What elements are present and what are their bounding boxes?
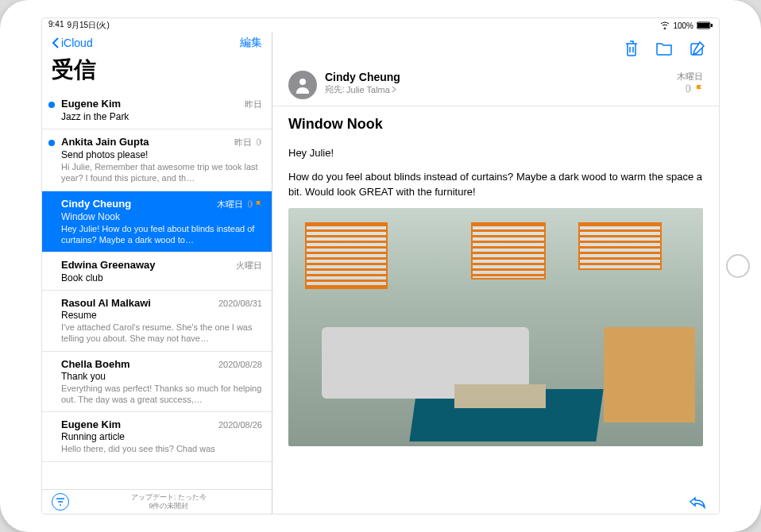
mailbox-title: 受信 bbox=[52, 55, 262, 85]
content-footer bbox=[272, 490, 719, 514]
edit-button[interactable]: 編集 bbox=[240, 36, 262, 50]
msg-subject: Thank you bbox=[61, 371, 262, 382]
image-decor bbox=[305, 222, 388, 289]
compose-icon bbox=[689, 40, 706, 57]
image-decor bbox=[578, 222, 661, 270]
svg-point-4 bbox=[299, 79, 306, 85]
reply-icon bbox=[689, 495, 706, 509]
status-time: 9:41 bbox=[48, 20, 64, 31]
message-item[interactable]: Ankita Jain Gupta昨日 Send photos please!H… bbox=[42, 129, 272, 191]
message-item[interactable]: Eugene Kim2020/08/26 Running articleHell… bbox=[42, 412, 272, 461]
msg-subject: Send photos please! bbox=[61, 149, 262, 160]
msg-subject: Jazz in the Park bbox=[61, 111, 262, 122]
message-item[interactable]: Chella Boehm2020/08/28 Thank youEverythi… bbox=[42, 352, 272, 413]
battery-percent: 100% bbox=[673, 21, 693, 30]
mail-sender[interactable]: Cindy Cheung bbox=[325, 71, 669, 83]
unread-count: 9件の未開封 bbox=[75, 502, 262, 511]
screen: 9:41 9月15日(火) 100% iCloud bbox=[41, 17, 720, 515]
msg-sender: Eugene Kim bbox=[61, 418, 121, 430]
msg-date: 木曜日 bbox=[217, 199, 262, 210]
msg-subject: Book club bbox=[61, 272, 262, 283]
battery-icon bbox=[697, 21, 713, 29]
filter-button[interactable] bbox=[52, 493, 69, 511]
unread-indicator bbox=[48, 140, 55, 146]
image-decor bbox=[471, 222, 546, 279]
mail-content: Cindy Cheung 宛先: Julie Talma 木曜日 bbox=[272, 33, 719, 514]
mail-subject: Window Nook bbox=[288, 116, 703, 133]
msg-date: 昨日 bbox=[234, 137, 262, 148]
msg-preview: Hello there, did you see this? Chad was bbox=[61, 443, 262, 454]
filter-icon bbox=[56, 498, 65, 506]
attachment-icon bbox=[684, 84, 692, 94]
msg-sender: Ankita Jain Gupta bbox=[61, 136, 149, 148]
update-status: アップデート: たった今 bbox=[75, 493, 262, 502]
wifi-icon bbox=[660, 21, 670, 29]
message-list[interactable]: Eugene Kim昨日 Jazz in the ParkAnkita Jain… bbox=[42, 91, 272, 489]
image-decor bbox=[604, 327, 695, 422]
msg-preview: Hey Julie! How do you feel about blinds … bbox=[61, 223, 262, 246]
message-item[interactable]: Cindy Cheung木曜日 Window NookHey Julie! Ho… bbox=[42, 191, 272, 253]
folder-icon bbox=[655, 40, 673, 56]
sidebar-footer: アップデート: たった今 9件の未開封 bbox=[42, 489, 272, 514]
person-icon bbox=[295, 76, 311, 94]
flag-icon bbox=[695, 84, 703, 94]
sidebar: iCloud 編集 受信 Eugene Kim昨日 Jazz in the Pa… bbox=[42, 33, 272, 514]
back-button[interactable]: iCloud bbox=[52, 37, 93, 49]
msg-date: 2020/08/26 bbox=[218, 420, 262, 430]
mail-text: How do you feel about blinds instead of … bbox=[288, 169, 703, 200]
mail-recipients[interactable]: 宛先: Julie Talma bbox=[325, 83, 669, 95]
msg-subject: Resume bbox=[61, 310, 262, 321]
msg-preview: Everything was perfect! Thanks so much f… bbox=[61, 383, 262, 406]
svg-rect-2 bbox=[711, 24, 713, 27]
message-item[interactable]: Edwina Greenaway火曜日 Book club bbox=[42, 253, 272, 291]
mail-date: 木曜日 bbox=[677, 71, 703, 83]
svg-rect-1 bbox=[697, 23, 709, 28]
to-name: Julie Talma bbox=[346, 85, 390, 94]
message-item[interactable]: Eugene Kim昨日 Jazz in the Park bbox=[42, 91, 272, 129]
chevron-left-icon bbox=[52, 37, 60, 48]
status-date: 9月15日(火) bbox=[67, 20, 109, 31]
msg-date: 昨日 bbox=[245, 98, 262, 110]
msg-sender: Edwina Greenaway bbox=[61, 259, 156, 271]
attachment-icon bbox=[255, 138, 262, 147]
msg-sender: Cindy Cheung bbox=[61, 198, 131, 210]
move-button[interactable] bbox=[655, 40, 673, 56]
msg-subject: Running article bbox=[61, 431, 262, 442]
back-label: iCloud bbox=[61, 37, 93, 49]
msg-subject: Window Nook bbox=[61, 211, 262, 222]
home-button[interactable] bbox=[726, 254, 750, 278]
content-toolbar bbox=[272, 33, 719, 64]
compose-button[interactable] bbox=[689, 40, 706, 57]
sender-avatar[interactable] bbox=[288, 71, 317, 99]
chevron-right-icon bbox=[392, 86, 397, 93]
trash-button[interactable] bbox=[624, 40, 639, 57]
mail-attachment-image[interactable] bbox=[288, 208, 703, 446]
to-label: 宛先: bbox=[325, 83, 345, 95]
image-decor bbox=[454, 384, 546, 408]
status-bar: 9:41 9月15日(火) 100% bbox=[42, 18, 719, 33]
msg-preview: I've attached Carol's resume. She's the … bbox=[61, 322, 262, 345]
message-item[interactable]: Rasoul Al Malkawi2020/08/31 ResumeI've a… bbox=[42, 291, 272, 352]
msg-date: 火曜日 bbox=[236, 260, 262, 272]
msg-sender: Chella Boehm bbox=[61, 358, 130, 370]
reply-button[interactable] bbox=[689, 495, 706, 509]
msg-sender: Eugene Kim bbox=[61, 98, 121, 110]
unread-indicator bbox=[48, 102, 55, 108]
msg-sender: Rasoul Al Malkawi bbox=[61, 297, 151, 309]
msg-preview: Hi Julie, Remember that awesome trip we … bbox=[61, 161, 262, 184]
mail-body[interactable]: Window Nook Hey Julie! How do you feel a… bbox=[272, 106, 719, 490]
ipad-frame: 9:41 9月15日(火) 100% iCloud bbox=[0, 0, 761, 532]
flag-icon bbox=[255, 200, 262, 209]
attachment-icon bbox=[246, 200, 253, 209]
msg-date: 2020/08/28 bbox=[218, 360, 262, 369]
mail-app: iCloud 編集 受信 Eugene Kim昨日 Jazz in the Pa… bbox=[42, 33, 719, 514]
trash-icon bbox=[624, 40, 639, 57]
msg-date: 2020/08/31 bbox=[218, 299, 262, 308]
mail-greeting: Hey Julie! bbox=[288, 145, 703, 161]
mail-header: Cindy Cheung 宛先: Julie Talma 木曜日 bbox=[272, 64, 719, 106]
